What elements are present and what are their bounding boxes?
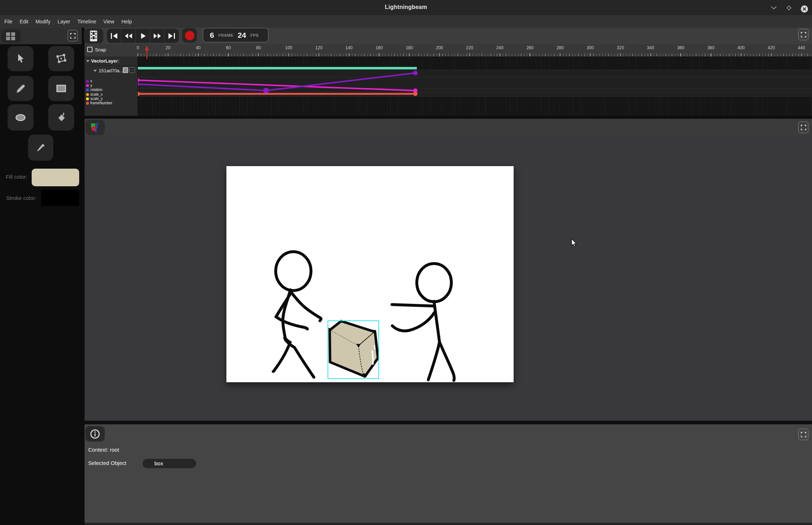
object-track-name[interactable]: 151ad70a... xyxy=(99,68,123,73)
close-icon[interactable] xyxy=(800,5,808,14)
ruler-label-140: 140 xyxy=(346,45,353,50)
menu-item-help[interactable]: Help xyxy=(121,19,132,24)
menu-item-modify[interactable]: Modify xyxy=(36,19,50,24)
timeline-fullscreen-button[interactable] xyxy=(798,29,808,40)
property-row-x[interactable]: x xyxy=(85,79,138,83)
stage[interactable] xyxy=(226,166,514,382)
ruler-label-100: 100 xyxy=(285,45,292,50)
rewind-button[interactable] xyxy=(121,29,136,43)
menu-item-layer[interactable]: Layer xyxy=(58,19,70,24)
ruler-label-420: 420 xyxy=(768,45,775,50)
record-button[interactable] xyxy=(182,28,197,43)
property-color-dot xyxy=(86,84,89,87)
ruler-tick xyxy=(529,53,530,56)
property-row-scale_x[interactable]: scale_x xyxy=(85,92,138,97)
ruler-label-20: 20 xyxy=(166,45,170,50)
fill-color-label: Fill color: xyxy=(6,174,27,180)
ruler-tick xyxy=(349,53,349,56)
ruler-label-0: 0 xyxy=(137,45,139,50)
transform-tool-button[interactable] xyxy=(48,46,74,71)
fps-value[interactable]: 24 xyxy=(238,31,246,40)
canvas-panel xyxy=(85,119,812,421)
property-name: scale_x xyxy=(90,92,103,96)
track-visibility-button[interactable] xyxy=(123,67,128,73)
select-tool-button[interactable] xyxy=(8,46,33,71)
rectangle-tool-button[interactable] xyxy=(48,76,74,101)
layer-name[interactable]: VectorLayer xyxy=(91,58,118,64)
pencil-tool-button[interactable] xyxy=(8,76,33,101)
fullscreen-icon xyxy=(801,432,806,437)
info-icon xyxy=(90,429,100,439)
fullscreen-icon xyxy=(70,33,76,38)
stroke-color-swatch[interactable] xyxy=(41,190,79,206)
ruler-label-40: 40 xyxy=(196,45,200,50)
property-row-frameNumber[interactable]: frameNumber xyxy=(85,101,138,105)
snap-checkbox[interactable] xyxy=(87,47,93,52)
info-button[interactable] xyxy=(85,426,105,442)
ruler-label-380: 380 xyxy=(707,45,714,50)
paint-bucket-icon xyxy=(56,112,66,123)
grid-panel-button[interactable] xyxy=(1,29,21,43)
skip-to-start-button[interactable] xyxy=(107,29,121,43)
timeline-toolbar: 6 FRAME 24 FPS xyxy=(85,28,812,44)
skip-to-end-button[interactable] xyxy=(164,29,179,43)
title-bar: Lightningbeam xyxy=(0,0,812,15)
property-color-dot xyxy=(86,93,89,96)
property-row-scale_y[interactable]: scale_y xyxy=(85,97,138,101)
ellipse-tool-button[interactable] xyxy=(8,104,33,131)
fill-color-swatch[interactable] xyxy=(32,169,79,186)
keyframe-x-184[interactable] xyxy=(413,71,418,76)
playhead[interactable] xyxy=(144,46,149,59)
fps-unit-label: FPS xyxy=(251,33,259,37)
collapse-triangle-icon[interactable] xyxy=(93,70,97,72)
ruler-tick xyxy=(198,53,199,56)
ruler-tick xyxy=(680,53,681,56)
timeline-panel: 6 FRAME 24 FPS Snap 02040608010012014016… xyxy=(85,28,812,116)
menu-item-timeline[interactable]: Timeline xyxy=(77,19,96,24)
track-curve-button[interactable]: ~ xyxy=(129,67,135,73)
minimize-icon[interactable] xyxy=(771,5,777,12)
menu-item-edit[interactable]: Edit xyxy=(20,19,28,24)
context-label: Context: root xyxy=(88,447,119,453)
film-strip-icon xyxy=(90,30,98,42)
timeline-tracks[interactable] xyxy=(85,56,812,116)
property-color-dot xyxy=(86,80,89,83)
maximize-icon[interactable] xyxy=(786,5,792,12)
play-button[interactable] xyxy=(136,29,150,43)
property-row-y[interactable]: y xyxy=(85,83,138,88)
curves-svg[interactable] xyxy=(85,56,812,116)
eyedropper-tool-button[interactable] xyxy=(28,134,53,161)
property-row-rotation[interactable]: rotation xyxy=(85,88,138,92)
selected-object-label: Selected Object xyxy=(88,460,126,466)
ruler-tick xyxy=(228,53,229,56)
ruler-label-60: 60 xyxy=(226,45,231,50)
collapse-triangle-icon[interactable] xyxy=(86,60,90,62)
keyframe-x-85[interactable] xyxy=(263,88,269,93)
frame-fps-panel: 6 FRAME 24 FPS xyxy=(203,28,269,42)
ruler-tick xyxy=(500,53,500,56)
selected-object-dropdown[interactable]: box xyxy=(143,459,196,468)
ruler-label-220: 220 xyxy=(466,45,473,50)
ruler-label-180: 180 xyxy=(406,45,413,50)
tools-fullscreen-button[interactable] xyxy=(68,30,78,41)
layer-row-vectorlayer[interactable]: VectorLayer [L] xyxy=(85,56,138,66)
ruler-tick xyxy=(379,53,379,56)
ruler-tick xyxy=(168,53,168,56)
inspector-fullscreen-button[interactable] xyxy=(798,429,808,440)
fill-tool-button[interactable] xyxy=(48,104,74,131)
ruler-label-260: 260 xyxy=(526,45,533,50)
ruler-label-340: 340 xyxy=(647,45,654,50)
frame-number-value[interactable]: 6 xyxy=(210,31,214,40)
scene-button[interactable] xyxy=(85,120,105,135)
ruler-label-300: 300 xyxy=(587,45,594,50)
layer-extent-bar[interactable] xyxy=(138,67,417,69)
canvas-fullscreen-button[interactable] xyxy=(798,122,808,133)
film-strip-button[interactable] xyxy=(84,28,103,44)
ruler-tick xyxy=(560,53,560,56)
keyframe-frameNumber-184[interactable] xyxy=(413,92,418,96)
fast-forward-button[interactable] xyxy=(150,29,164,43)
ruler-label-120: 120 xyxy=(315,45,322,50)
timeline-ruler[interactable]: Snap 02040608010012014016018020022024026… xyxy=(85,44,812,56)
menu-item-view[interactable]: View xyxy=(103,19,114,24)
menu-item-file[interactable]: File xyxy=(4,19,13,24)
